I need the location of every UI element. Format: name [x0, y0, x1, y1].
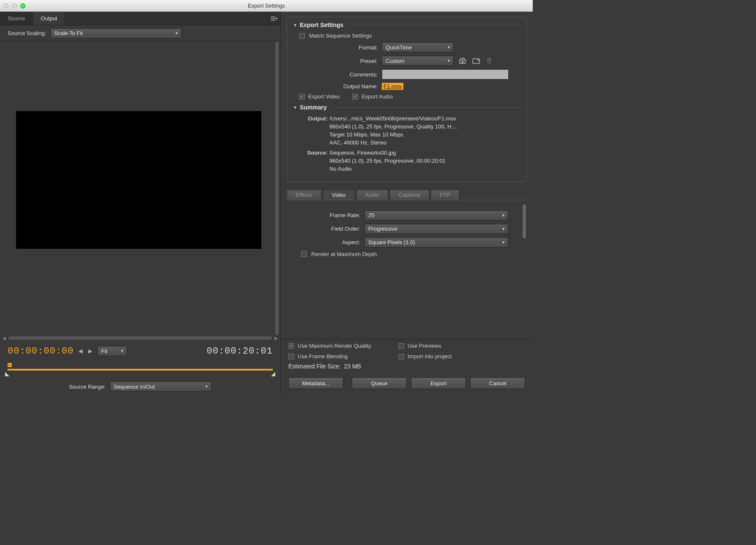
summary-source-value: Sequence, Fireworks00.jpg 960x540 (1.0),… — [329, 149, 520, 173]
export-audio-checkbox[interactable] — [352, 94, 358, 100]
cancel-button[interactable]: Cancel — [470, 377, 525, 389]
preview-area — [0, 41, 280, 335]
tab-audio[interactable]: Audio — [356, 190, 388, 200]
queue-button[interactable]: Queue — [352, 377, 407, 389]
duration-timecode: 00:00:20:01 — [207, 346, 273, 357]
chevron-down-icon: ▼ — [447, 59, 451, 63]
save-preset-icon[interactable] — [458, 57, 467, 65]
zoom-value: Fit — [101, 348, 107, 354]
disclosure-triangle-icon[interactable]: ▼ — [293, 105, 297, 110]
frame-rate-select[interactable]: 25 ▼ — [364, 210, 508, 221]
next-frame-icon[interactable]: ▶ — [88, 348, 93, 354]
render-max-depth-label: Render at Maximum Depth — [311, 251, 377, 257]
in-marker-icon[interactable]: ◣ — [5, 371, 9, 377]
use-max-quality-checkbox[interactable] — [288, 343, 294, 349]
match-sequence-label: Match Sequence Settings — [309, 33, 372, 39]
source-range-row: Source Range: Sequence In/Out ▼ — [0, 378, 280, 395]
source-range-label: Source Range: — [69, 384, 106, 390]
tab-video[interactable]: Video — [323, 190, 355, 200]
chevron-down-icon: ▼ — [501, 240, 505, 245]
metadata-button[interactable]: Metadata... — [288, 377, 343, 389]
source-scaling-select[interactable]: Scale To Fit ▼ — [50, 28, 181, 38]
preset-value: Custom — [386, 58, 405, 64]
disclosure-triangle-icon[interactable]: ▼ — [293, 23, 297, 27]
output-name-link[interactable]: F1.mov — [382, 83, 403, 90]
export-button[interactable]: Export — [411, 377, 466, 389]
format-value: QuickTime — [386, 44, 412, 51]
frame-rate-value: 25 — [368, 212, 374, 218]
preview-scrollbar-horizontal[interactable]: ◀ ▶ — [0, 335, 280, 341]
field-order-select[interactable]: Progressive ▼ — [364, 224, 508, 234]
comments-label: Comments: — [293, 71, 378, 78]
chevron-down-icon: ▼ — [205, 384, 208, 389]
tab-output[interactable]: Output — [33, 12, 65, 25]
import-into-project-checkbox[interactable] — [398, 354, 404, 360]
out-marker-icon[interactable]: ◢ — [271, 371, 275, 377]
tab-ftp[interactable]: FTP — [431, 190, 459, 200]
scaling-label: Source Scaling: — [8, 30, 46, 36]
window-title: Export Settings — [0, 3, 533, 9]
playhead-icon[interactable] — [7, 363, 13, 369]
timeline[interactable]: ◣ ◢ — [0, 361, 280, 378]
comments-input[interactable] — [382, 69, 509, 79]
preview-panel: Source Output Source Scaling: Scale To F… — [0, 12, 281, 395]
aspect-label: Aspect: — [293, 239, 360, 245]
preset-select[interactable]: Custom ▼ — [382, 56, 454, 66]
import-into-project-label: Import into project — [408, 353, 452, 360]
estimated-file-size: Estimated File Size: 23 MB — [288, 363, 525, 370]
panel-menu-icon[interactable] — [268, 12, 280, 25]
current-timecode[interactable]: 00:00:00:00 — [8, 346, 74, 357]
use-previews-checkbox[interactable] — [398, 343, 404, 349]
titlebar: Export Settings — [0, 0, 533, 12]
source-range-select[interactable]: Sequence In/Out ▼ — [110, 382, 211, 392]
scaling-row: Source Scaling: Scale To Fit ▼ — [0, 25, 280, 41]
render-max-depth-checkbox[interactable] — [301, 251, 307, 257]
chevron-down-icon: ▼ — [501, 213, 505, 218]
zoom-button[interactable] — [20, 3, 25, 8]
settings-panel: ▼ Export Settings Match Sequence Setting… — [281, 12, 533, 395]
export-audio-label: Export Audio — [362, 93, 393, 100]
minimize-button[interactable] — [12, 3, 17, 8]
tab-captions[interactable]: Captions — [390, 190, 429, 200]
frame-rate-label: Frame Rate: — [293, 212, 360, 218]
preset-label: Preset: — [293, 58, 378, 64]
tab-effects[interactable]: Effects — [287, 190, 321, 200]
import-preset-icon[interactable] — [471, 57, 481, 65]
video-preview[interactable] — [16, 111, 261, 249]
timeline-track[interactable] — [8, 369, 273, 371]
chevron-down-icon: ▼ — [501, 227, 505, 231]
video-settings-scrollbar[interactable] — [522, 204, 527, 339]
video-settings-body: Frame Rate: 25 ▼ Field Order: Progressiv… — [287, 200, 527, 339]
format-select[interactable]: QuickTime ▼ — [382, 42, 454, 52]
time-row: 00:00:00:00 ◀ ▶ Fit ▼ 00:00:20:01 — [0, 341, 280, 361]
output-name-label: Output Name: — [293, 83, 378, 90]
scroll-right-icon[interactable]: ▶ — [274, 336, 279, 341]
field-order-value: Progressive — [368, 226, 397, 232]
summary-output-label: Output: — [304, 115, 329, 147]
chevron-down-icon: ▼ — [447, 45, 451, 49]
format-label: Format: — [293, 44, 378, 51]
tab-source[interactable]: Source — [0, 12, 33, 25]
field-order-label: Field Order: — [293, 226, 360, 232]
export-video-checkbox[interactable] — [299, 94, 305, 100]
match-sequence-checkbox[interactable] — [299, 33, 305, 39]
bottom-options: Use Maximum Render Quality Use Previews … — [281, 339, 533, 373]
buttons-row: Metadata... Queue Export Cancel — [281, 373, 533, 395]
use-frame-blending-checkbox[interactable] — [288, 354, 294, 360]
parameter-tabs: Effects Video Audio Captions FTP — [287, 190, 527, 200]
preview-scrollbar-vertical[interactable] — [274, 41, 279, 335]
scroll-left-icon[interactable]: ◀ — [2, 336, 7, 341]
close-button[interactable] — [3, 3, 8, 8]
delete-preset-icon — [485, 57, 493, 65]
summary-output-value: /Users/...mics_Week05n06/premiere/Videos… — [329, 115, 520, 147]
export-video-label: Export Video — [308, 93, 340, 100]
chevron-down-icon: ▼ — [120, 349, 124, 353]
export-settings-group: ▼ Export Settings Match Sequence Setting… — [287, 17, 527, 182]
source-range-value: Sequence In/Out — [114, 384, 155, 390]
use-max-quality-label: Use Maximum Render Quality — [298, 343, 371, 349]
prev-frame-icon[interactable]: ◀ — [78, 348, 83, 354]
aspect-value: Square Pixels (1.0) — [368, 239, 415, 245]
aspect-select[interactable]: Square Pixels (1.0) ▼ — [364, 237, 508, 248]
summary-source-label: Source: — [304, 149, 329, 173]
zoom-select[interactable]: Fit ▼ — [97, 346, 127, 356]
